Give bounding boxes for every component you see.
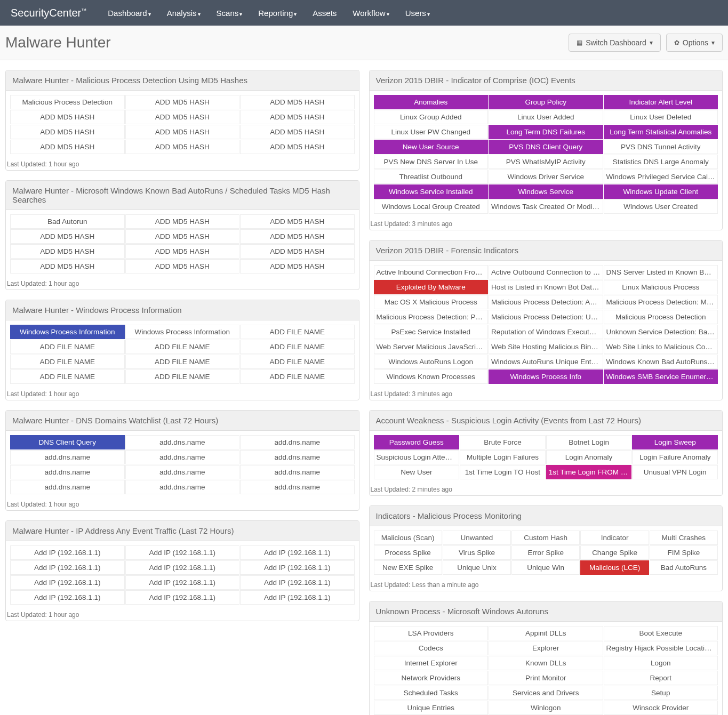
matrix-cell[interactable]: Scheduled Tasks bbox=[374, 686, 489, 700]
matrix-cell[interactable]: Password Guess bbox=[374, 435, 460, 449]
matrix-cell[interactable]: Windows Process Information bbox=[125, 325, 240, 339]
matrix-cell[interactable]: Windows Service Installed bbox=[374, 184, 489, 199]
matrix-cell[interactable]: Services and Drivers bbox=[489, 686, 603, 700]
matrix-cell[interactable]: Add IP (192.168.1.1) bbox=[125, 560, 240, 575]
matrix-cell[interactable]: Indicator Alert Level bbox=[604, 95, 718, 109]
matrix-cell[interactable]: Error Spike bbox=[511, 545, 580, 560]
matrix-cell[interactable]: ADD FILE NAME bbox=[125, 355, 240, 369]
matrix-cell[interactable]: Windows AutoRuns Logon bbox=[374, 355, 489, 369]
matrix-cell[interactable]: Linux Malicious Process bbox=[604, 280, 718, 294]
matrix-cell[interactable]: Indicator bbox=[580, 531, 649, 545]
nav-reporting[interactable]: Reporting▾ bbox=[258, 9, 297, 18]
matrix-cell[interactable]: Suspicious Login Attempt bbox=[374, 450, 460, 464]
matrix-cell[interactable]: Bad AutoRuns bbox=[650, 560, 718, 575]
matrix-cell[interactable]: add.dns.name bbox=[125, 480, 240, 494]
matrix-cell[interactable]: Malicious Process Detection: APT1 Softwa… bbox=[489, 295, 603, 309]
matrix-cell[interactable]: add.dns.name bbox=[240, 465, 355, 479]
matrix-cell[interactable]: ADD MD5 HASH bbox=[125, 95, 240, 109]
matrix-cell[interactable]: Malicious (Scan) bbox=[374, 531, 442, 545]
matrix-cell[interactable]: ADD MD5 HASH bbox=[240, 229, 355, 244]
matrix-cell[interactable]: ADD MD5 HASH bbox=[10, 110, 125, 124]
matrix-cell[interactable]: Active Outbound Connection to Host bbox=[489, 265, 603, 279]
matrix-cell[interactable]: Long Term DNS Failures bbox=[489, 125, 603, 139]
matrix-cell[interactable]: Linux User Added bbox=[489, 110, 603, 124]
matrix-cell[interactable]: Codecs bbox=[374, 641, 489, 655]
matrix-cell[interactable]: 1st Time Login FROM Host bbox=[546, 465, 632, 479]
matrix-cell[interactable]: ADD FILE NAME bbox=[10, 369, 125, 384]
matrix-cell[interactable]: Reputation of Windows Executables: bbox=[489, 325, 603, 339]
matrix-cell[interactable]: PsExec Service Installed bbox=[374, 325, 489, 339]
matrix-cell[interactable]: Add IP (192.168.1.1) bbox=[10, 560, 125, 575]
matrix-cell[interactable]: Change Spike bbox=[580, 545, 649, 560]
matrix-cell[interactable]: Known DLLs bbox=[489, 656, 603, 670]
matrix-cell[interactable]: Windows Known Bad AutoRuns / Scheduled bbox=[604, 355, 718, 369]
matrix-cell[interactable]: LSA Providers bbox=[374, 626, 489, 640]
matrix-cell[interactable]: DNS Server Listed in Known Bot Database bbox=[604, 265, 718, 279]
matrix-cell[interactable]: ADD FILE NAME bbox=[240, 340, 355, 354]
matrix-cell[interactable]: PVS DNS Tunnel Activity bbox=[604, 140, 718, 154]
matrix-cell[interactable]: Active Inbound Connection From Host bbox=[374, 265, 489, 279]
matrix-cell[interactable]: Print Monitor bbox=[489, 671, 603, 685]
matrix-cell[interactable]: Explorer bbox=[489, 641, 603, 655]
matrix-cell[interactable]: Linux User PW Changed bbox=[374, 125, 489, 139]
matrix-cell[interactable]: Malicious Process Detection bbox=[604, 310, 718, 324]
matrix-cell[interactable]: Windows Local Group Created bbox=[374, 199, 489, 214]
panel-header[interactable]: Malware Hunter - Microsoft Windows Known… bbox=[6, 181, 359, 210]
matrix-cell[interactable]: FIM Spike bbox=[650, 545, 718, 560]
matrix-cell[interactable]: add.dns.name bbox=[10, 465, 125, 479]
matrix-cell[interactable]: Linux Group Added bbox=[374, 110, 489, 124]
matrix-cell[interactable]: Windows Driver Service bbox=[489, 170, 603, 184]
matrix-cell[interactable]: Linux User Deleted bbox=[604, 110, 718, 124]
panel-header[interactable]: Verizon 2015 DBIR - Forensic Indicators bbox=[370, 240, 723, 261]
matrix-cell[interactable]: Add IP (192.168.1.1) bbox=[240, 560, 355, 575]
matrix-cell[interactable]: Login Anomaly bbox=[546, 450, 632, 464]
matrix-cell[interactable]: ADD MD5 HASH bbox=[240, 95, 355, 109]
matrix-cell[interactable]: add.dns.name bbox=[10, 450, 125, 464]
matrix-cell[interactable]: add.dns.name bbox=[125, 450, 240, 464]
matrix-cell[interactable]: ADD FILE NAME bbox=[125, 340, 240, 354]
panel-header[interactable]: Malware Hunter - Malicious Process Detec… bbox=[6, 70, 359, 91]
matrix-cell[interactable]: Add IP (192.168.1.1) bbox=[125, 545, 240, 560]
matrix-cell[interactable]: Malicious Process Detection bbox=[10, 95, 125, 109]
matrix-cell[interactable]: Unwanted bbox=[443, 531, 511, 545]
matrix-cell[interactable]: ADD MD5 HASH bbox=[10, 229, 125, 244]
matrix-cell[interactable]: Add IP (192.168.1.1) bbox=[10, 590, 125, 605]
matrix-cell[interactable]: Anomalies bbox=[374, 95, 489, 109]
matrix-cell[interactable]: PVS New DNS Server In Use bbox=[374, 155, 489, 169]
matrix-cell[interactable]: ADD FILE NAME bbox=[240, 325, 355, 339]
matrix-cell[interactable]: Add IP (192.168.1.1) bbox=[125, 590, 240, 605]
matrix-cell[interactable]: Boot Execute bbox=[604, 626, 718, 640]
matrix-cell[interactable]: ADD FILE NAME bbox=[125, 369, 240, 384]
nav-analysis[interactable]: Analysis▾ bbox=[167, 9, 201, 18]
matrix-cell[interactable]: Custom Hash bbox=[511, 531, 580, 545]
matrix-cell[interactable]: Winlogon bbox=[489, 701, 603, 715]
matrix-cell[interactable]: add.dns.name bbox=[240, 450, 355, 464]
matrix-cell[interactable]: Malicious Process Detection: User Define… bbox=[489, 310, 603, 324]
matrix-cell[interactable]: ADD MD5 HASH bbox=[125, 125, 240, 139]
matrix-cell[interactable]: Report bbox=[604, 671, 718, 685]
matrix-cell[interactable]: Malicious Process Detection: Malware bbox=[604, 295, 718, 309]
matrix-cell[interactable]: Mac OS X Malicious Process bbox=[374, 295, 489, 309]
matrix-cell[interactable]: ADD MD5 HASH bbox=[10, 140, 125, 154]
matrix-cell[interactable]: Virus Spike bbox=[443, 545, 511, 560]
options-button[interactable]: ✿ Options ▾ bbox=[666, 34, 723, 52]
matrix-cell[interactable]: Windows Process Info bbox=[489, 369, 603, 384]
matrix-cell[interactable]: ADD MD5 HASH bbox=[240, 244, 355, 259]
matrix-cell[interactable]: Unique Entries bbox=[374, 701, 489, 715]
matrix-cell[interactable]: ADD MD5 HASH bbox=[10, 244, 125, 259]
matrix-cell[interactable]: Setup bbox=[604, 686, 718, 700]
panel-header[interactable]: Unknown Process - Microsoft Windows Auto… bbox=[370, 601, 723, 622]
matrix-cell[interactable]: Host is Listed in Known Bot Database bbox=[489, 280, 603, 294]
matrix-cell[interactable]: Add IP (192.168.1.1) bbox=[10, 575, 125, 590]
matrix-cell[interactable]: Windows Known Processes bbox=[374, 369, 489, 384]
matrix-cell[interactable]: Add IP (192.168.1.1) bbox=[240, 590, 355, 605]
matrix-cell[interactable]: New EXE Spike bbox=[374, 560, 442, 575]
matrix-cell[interactable]: Brute Force bbox=[460, 435, 546, 449]
matrix-cell[interactable]: DNS Client Query bbox=[10, 435, 125, 449]
matrix-cell[interactable]: ADD FILE NAME bbox=[10, 355, 125, 369]
matrix-cell[interactable]: Windows Process Information bbox=[10, 325, 125, 339]
matrix-cell[interactable]: ADD MD5 HASH bbox=[125, 110, 240, 124]
matrix-cell[interactable]: Windows Privileged Service Called bbox=[604, 170, 718, 184]
matrix-cell[interactable]: Add IP (192.168.1.1) bbox=[240, 575, 355, 590]
panel-header[interactable]: Verizon 2015 DBIR - Indicator of Compris… bbox=[370, 70, 723, 91]
